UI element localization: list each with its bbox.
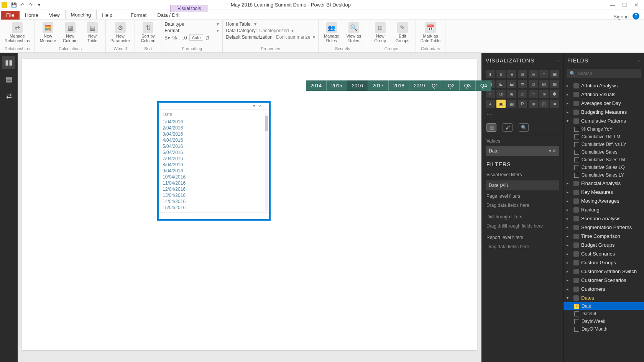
viz-type-icon[interactable]: ⬒ bbox=[518, 80, 527, 88]
table-item[interactable]: ▸Averages per Day bbox=[564, 99, 644, 108]
viz-type-icon[interactable]: ⊗ bbox=[539, 90, 549, 98]
tab-format[interactable]: Format bbox=[125, 11, 152, 20]
quarter-Q1[interactable]: Q1 bbox=[427, 80, 443, 91]
visual-more-icon[interactable]: ⋯ bbox=[264, 104, 268, 108]
tab-file[interactable]: File bbox=[1, 11, 20, 20]
collapse-viz-icon[interactable]: › bbox=[557, 57, 559, 64]
report-canvas[interactable]: 201420152016201720182019 Q1Q2Q3Q4 ▼ ⤢ ⋯ … bbox=[22, 59, 477, 350]
tab-view[interactable]: View bbox=[44, 11, 65, 20]
year-slicer[interactable]: 201420152016201720182019 bbox=[306, 80, 430, 91]
viz-type-icon[interactable]: ▤ bbox=[529, 70, 538, 78]
viz-type-icon[interactable]: ○ bbox=[486, 90, 495, 98]
table-column-header[interactable]: Date bbox=[163, 112, 265, 119]
minimize-icon[interactable]: — bbox=[610, 2, 615, 8]
year-2017[interactable]: 2017 bbox=[368, 80, 389, 91]
viz-type-icon[interactable]: ≡ bbox=[539, 70, 549, 78]
table-item[interactable]: ▸Custom Groups bbox=[564, 258, 644, 267]
table-row[interactable]: 3/04/2016 bbox=[163, 131, 265, 137]
table-row[interactable]: 11/04/2016 bbox=[163, 180, 265, 186]
viz-type-icon[interactable]: ◉ bbox=[507, 90, 516, 98]
table-row[interactable]: 1/04/2016 bbox=[163, 119, 265, 125]
field-item[interactable]: Cumulative Diff LM bbox=[564, 133, 644, 141]
field-item[interactable]: Cumulative Sales LY bbox=[564, 171, 644, 179]
filter-date-all[interactable]: Date (All) bbox=[486, 180, 559, 190]
table-item[interactable]: ▸Customers bbox=[564, 285, 644, 293]
manage-roles-button[interactable]: 👥Manage Roles bbox=[322, 21, 342, 44]
table-item[interactable]: ▸Segmentation Patterns bbox=[564, 223, 644, 232]
field-item[interactable]: Date bbox=[564, 302, 644, 310]
collapse-fields-icon[interactable]: › bbox=[638, 57, 640, 64]
format-well-tab[interactable]: 🖌 bbox=[503, 123, 513, 132]
value-field-pill[interactable]: Date▾ ✕ bbox=[486, 146, 559, 156]
undo-icon[interactable]: ↶ bbox=[18, 1, 26, 9]
qat-dropdown-icon[interactable]: ▾ bbox=[35, 1, 43, 9]
decimal-icon[interactable]: .0 bbox=[183, 35, 187, 41]
table-row[interactable]: 9/04/2016 bbox=[163, 168, 265, 174]
new-table-button[interactable]: ▤New Table bbox=[82, 21, 102, 44]
tab-home[interactable]: Home bbox=[20, 11, 44, 20]
table-item-dates[interactable]: ▾Dates bbox=[564, 293, 644, 302]
viz-type-grid[interactable]: ▮▯≣▥▤≡▦◢◣⬓⬒▧▨▩○◔◉◎⬭⊗⬢▲▣▦R⊕⬡■ bbox=[482, 68, 563, 110]
comma-icon[interactable]: , bbox=[179, 35, 181, 41]
table-item[interactable]: ▸Time Comparison bbox=[564, 232, 644, 241]
tab-help[interactable]: Help bbox=[97, 11, 118, 20]
viz-type-icon[interactable]: ◣ bbox=[496, 80, 506, 88]
mark-date-table-button[interactable]: 📅Mark as Date Table bbox=[419, 21, 442, 44]
field-item[interactable]: % Change YoY bbox=[564, 125, 644, 133]
year-2019[interactable]: 2019 bbox=[409, 80, 430, 91]
quarter-Q3[interactable]: Q3 bbox=[460, 80, 476, 91]
save-icon[interactable]: 💾 bbox=[10, 1, 18, 9]
edit-groups-button[interactable]: ✎Edit Groups bbox=[393, 21, 412, 44]
fields-well-tab[interactable]: ▦ bbox=[486, 123, 496, 132]
new-measure-button[interactable]: 🧮New Measure bbox=[38, 21, 58, 44]
table-item[interactable]: ▸Attrition Analysis bbox=[564, 81, 644, 90]
year-2015[interactable]: 2015 bbox=[327, 80, 347, 91]
viz-type-icon[interactable]: ◎ bbox=[518, 90, 527, 98]
maximize-icon[interactable]: ☐ bbox=[622, 2, 627, 8]
viz-type-icon[interactable]: ■ bbox=[550, 100, 559, 108]
table-item[interactable]: ▸Ranking bbox=[564, 205, 644, 214]
table-item[interactable]: ▸Financial Analysis bbox=[564, 179, 644, 188]
currency-icon[interactable]: $▾ bbox=[164, 35, 170, 41]
visual-filter-icon[interactable]: ▼ bbox=[252, 104, 256, 108]
field-item[interactable]: DateInt bbox=[564, 310, 644, 318]
viz-type-icon[interactable]: ▣ bbox=[496, 100, 506, 108]
manage-relationships-button[interactable]: ⇄Manage Relationships bbox=[3, 21, 31, 44]
table-visual[interactable]: ▼ ⤢ ⋯ Date 1/04/20162/04/20163/04/20164/… bbox=[157, 101, 271, 221]
table-scrollbar[interactable] bbox=[265, 113, 268, 211]
field-item[interactable]: Cumulative Sales bbox=[564, 148, 644, 156]
datacat-value[interactable]: Uncategorized bbox=[259, 28, 289, 33]
table-row[interactable]: 10/04/2016 bbox=[163, 174, 265, 180]
rlf-drop[interactable]: Drag data fields here bbox=[482, 242, 563, 253]
dtf-drop[interactable]: Drag drillthrough fields here bbox=[482, 222, 563, 233]
table-row[interactable]: 4/04/2016 bbox=[163, 137, 265, 143]
viz-type-icon[interactable]: ▧ bbox=[529, 80, 538, 88]
defsum-value[interactable]: Don't summarize bbox=[276, 34, 310, 40]
report-view-icon[interactable]: ▮▮ bbox=[2, 56, 15, 69]
viz-type-icon[interactable]: R bbox=[518, 100, 527, 108]
search-input[interactable] bbox=[578, 71, 638, 76]
new-column-button[interactable]: ▦New Column bbox=[60, 21, 80, 44]
viz-type-icon[interactable]: ▩ bbox=[550, 80, 559, 88]
model-view-icon[interactable]: ⇄ bbox=[2, 90, 15, 103]
view-as-roles-button[interactable]: 🔍View as Roles bbox=[344, 21, 364, 44]
sort-by-column-button[interactable]: ⇅Sort by Column bbox=[138, 21, 158, 44]
table-item[interactable]: ▾Cumulative Patterns bbox=[564, 116, 644, 125]
quarter-slicer[interactable]: Q1Q2Q3Q4 bbox=[427, 80, 491, 91]
table-item[interactable]: ▸Key Measures bbox=[564, 188, 644, 197]
field-item[interactable]: DayOfMonth bbox=[564, 325, 644, 333]
table-row[interactable]: 5/04/2016 bbox=[163, 143, 265, 149]
viz-type-icon[interactable]: ▯ bbox=[496, 70, 506, 78]
visual-focus-icon[interactable]: ⤢ bbox=[258, 104, 261, 108]
new-group-button[interactable]: ⊞New Group bbox=[370, 21, 390, 44]
table-row[interactable]: 14/04/2016 bbox=[163, 198, 265, 205]
viz-type-icon[interactable]: ▦ bbox=[550, 70, 559, 78]
viz-type-icon[interactable]: ⬢ bbox=[550, 90, 559, 98]
viz-type-icon[interactable]: ⬭ bbox=[529, 90, 538, 98]
auto-decimals[interactable]: Auto bbox=[189, 34, 204, 41]
table-row[interactable]: 13/04/2016 bbox=[163, 192, 265, 198]
quarter-Q2[interactable]: Q2 bbox=[443, 80, 459, 91]
field-item[interactable]: Cumulative Diff. vs LY bbox=[564, 141, 644, 148]
table-row[interactable]: 12/04/2016 bbox=[163, 186, 265, 192]
table-item[interactable]: ▸Budget Groups bbox=[564, 241, 644, 249]
